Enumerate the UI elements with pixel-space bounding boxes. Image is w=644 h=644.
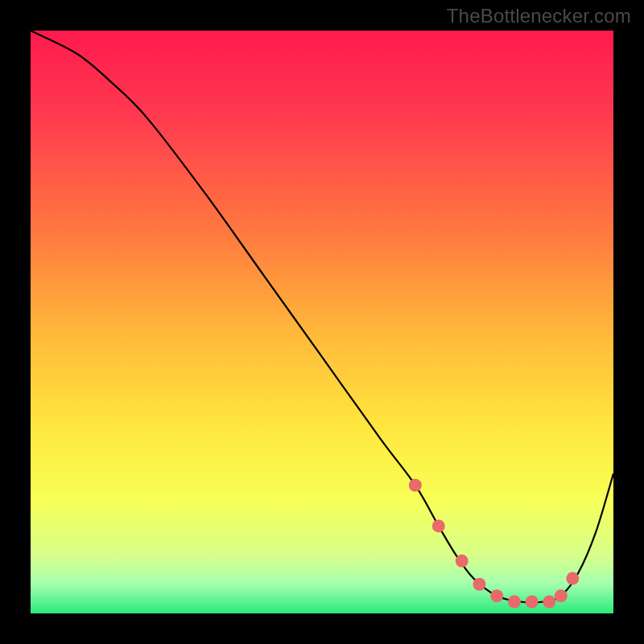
highlight-dot [409,479,422,492]
chart-background [31,31,613,613]
highlight-dot [473,578,485,591]
highlight-dot [566,572,579,585]
highlight-dot [432,519,445,532]
highlight-dot [555,589,568,602]
watermark-text: TheBottlenecker.com [447,5,631,27]
highlight-dot [543,596,555,609]
highlight-dot [508,596,521,609]
highlight-dot [456,555,469,568]
bottleneck-chart [31,31,613,613]
chart-frame: TheBottlenecker.com [0,0,644,644]
highlight-dot [526,596,539,609]
highlight-dot [490,589,503,602]
